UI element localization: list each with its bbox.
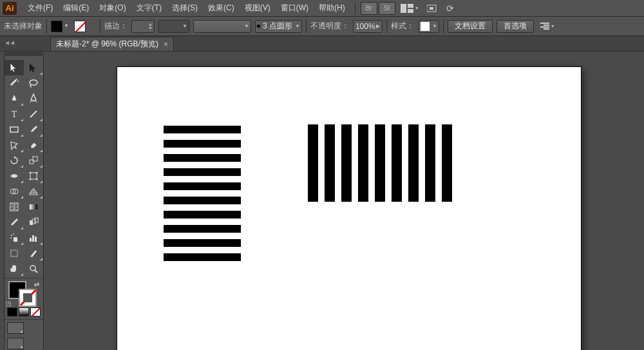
stroke-swatch[interactable] — [74, 21, 86, 32]
separator — [306, 19, 307, 34]
svg-rect-6 — [544, 24, 549, 26]
svg-line-38 — [35, 270, 37, 273]
paintbrush-tool[interactable] — [24, 122, 43, 137]
hand-tool[interactable] — [5, 261, 24, 277]
direct-selection-tool[interactable] — [24, 60, 43, 75]
svg-point-18 — [30, 172, 32, 174]
shaper-tool[interactable] — [5, 137, 24, 153]
svg-point-21 — [36, 179, 38, 180]
artwork-horizontal-stripes[interactable] — [164, 126, 241, 261]
free-transform-tool[interactable] — [24, 168, 43, 184]
preferences-button[interactable]: 首选项 — [497, 20, 534, 33]
eyedropper-tool[interactable] — [5, 215, 24, 230]
svg-point-11 — [30, 80, 37, 85]
scale-tool[interactable] — [24, 153, 43, 168]
lasso-tool[interactable] — [24, 75, 43, 91]
menu-select[interactable]: 选择(S) — [167, 1, 202, 15]
mesh-tool[interactable] — [5, 199, 24, 215]
graphic-style-select[interactable]: ▼ — [418, 20, 439, 33]
pen-tool[interactable] — [5, 91, 24, 106]
color-mode-gradient[interactable] — [19, 307, 29, 316]
stroke-label: 描边： — [104, 21, 128, 32]
svg-rect-1 — [408, 4, 413, 8]
svg-rect-8 — [544, 28, 549, 30]
stroke-color-box[interactable] — [19, 289, 37, 307]
svg-rect-29 — [14, 237, 17, 242]
menu-file[interactable]: 文件(F) — [23, 1, 57, 15]
draw-mode-button[interactable] — [7, 322, 24, 334]
document-tab-title: 未标题-2* @ 96% (RGB/预览) — [56, 39, 158, 50]
svg-rect-34 — [32, 235, 34, 242]
gradient-tool[interactable] — [24, 199, 43, 215]
curvature-tool[interactable] — [24, 91, 43, 106]
svg-point-20 — [30, 179, 32, 180]
rectangle-tool[interactable] — [5, 122, 24, 137]
menu-object[interactable]: 对象(O) — [95, 1, 130, 15]
svg-rect-4 — [430, 7, 433, 10]
color-mode-solid[interactable] — [7, 307, 17, 316]
svg-rect-33 — [30, 238, 32, 242]
menu-help[interactable]: 帮助(H) — [314, 1, 350, 15]
zoom-tool[interactable] — [24, 261, 43, 277]
shape-builder-tool[interactable] — [5, 184, 24, 199]
line-segment-tool[interactable] — [24, 106, 43, 122]
menu-view[interactable]: 视图(V) — [240, 1, 275, 15]
rotate-tool[interactable] — [5, 153, 24, 168]
document-setup-button[interactable]: 文档设置 — [448, 20, 493, 33]
stroke-weight-stepper[interactable]: ▲▼ — [131, 20, 155, 33]
svg-rect-0 — [401, 4, 406, 13]
perspective-grid-tool[interactable] — [24, 184, 43, 199]
artboard-tool[interactable] — [5, 246, 24, 261]
tools-panel-grip[interactable] — [5, 52, 43, 56]
stock-button[interactable]: St — [379, 2, 395, 15]
symbol-sprayer-tool[interactable] — [5, 230, 24, 246]
panel-collapse-icon[interactable]: ◀◀ — [5, 40, 15, 46]
menu-window[interactable]: 窗口(W) — [276, 1, 313, 15]
blend-tool[interactable] — [24, 215, 43, 230]
menubar: Ai 文件(F) 编辑(E) 对象(O) 文字(T) 选择(S) 效果(C) 视… — [0, 0, 644, 17]
opacity-value: 100% — [355, 22, 375, 31]
bridge-button[interactable]: Br — [361, 2, 377, 15]
brush-profile-select[interactable]: 3 点圆形 ▼ — [255, 20, 302, 33]
document-tab[interactable]: 未标题-2* @ 96% (RGB/预览) × — [50, 37, 174, 51]
sync-settings-icon[interactable]: ⟳ — [442, 3, 458, 14]
close-icon[interactable]: × — [164, 40, 168, 49]
opacity-input[interactable]: 100% ▶ — [353, 20, 383, 33]
workarea: ◀◀ T — [0, 52, 644, 350]
swap-fill-stroke-icon[interactable]: ⇄ — [34, 281, 39, 288]
type-tool[interactable]: T — [5, 106, 24, 122]
slice-tool[interactable] — [24, 246, 43, 261]
menu-effect[interactable]: 效果(C) — [204, 1, 239, 15]
align-flyout-button[interactable]: ▼ — [538, 23, 558, 30]
svg-point-10 — [17, 81, 19, 82]
artboard[interactable] — [117, 67, 581, 350]
magic-wand-tool[interactable] — [5, 75, 24, 91]
svg-point-30 — [11, 235, 12, 236]
arrange-documents-icon[interactable]: ▼ — [397, 2, 423, 15]
selection-tool[interactable] — [5, 60, 24, 75]
svg-point-19 — [36, 172, 38, 174]
fill-stroke-control[interactable]: ⇄ ◳ — [5, 280, 43, 307]
svg-point-31 — [13, 233, 14, 235]
menu-edit[interactable]: 编辑(E) — [59, 1, 93, 15]
chevron-down-icon: ▼ — [295, 23, 300, 29]
color-mode-none[interactable] — [30, 307, 41, 316]
screen-mode-button[interactable] — [7, 338, 24, 349]
width-tool[interactable] — [5, 168, 24, 184]
separator — [443, 19, 444, 34]
svg-point-32 — [10, 237, 12, 238]
brush-definition-select[interactable]: ▼ — [193, 20, 251, 33]
selection-status: 未选择对象 — [4, 21, 43, 32]
app-logo: Ai — [3, 2, 17, 15]
dot-icon — [257, 24, 260, 28]
fill-swatch[interactable] — [51, 21, 62, 32]
column-graph-tool[interactable] — [24, 230, 43, 246]
separator — [46, 19, 47, 34]
artwork-vertical-stripes[interactable] — [308, 124, 452, 202]
default-fill-stroke-icon[interactable]: ◳ — [6, 300, 12, 307]
eraser-tool[interactable] — [24, 137, 43, 153]
variable-width-profile-select[interactable]: ▼ — [158, 20, 189, 33]
gpu-preview-icon[interactable] — [424, 2, 441, 15]
menu-type[interactable]: 文字(T) — [132, 1, 166, 15]
svg-point-37 — [30, 266, 35, 271]
